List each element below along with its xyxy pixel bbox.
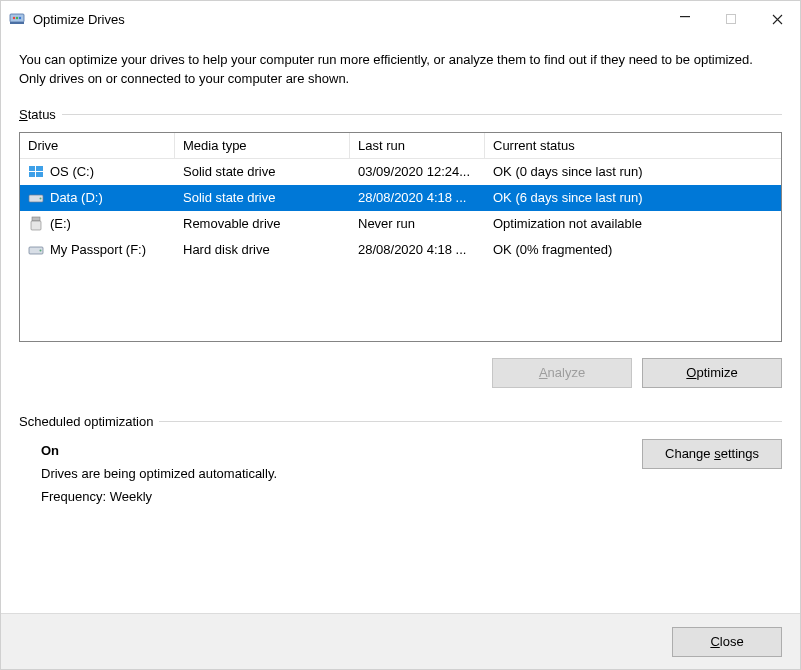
drive-name: My Passport (F:)	[50, 242, 146, 257]
drive-status: Optimization not available	[485, 216, 781, 231]
table-row[interactable]: Data (D:)Solid state drive28/08/2020 4:1…	[20, 185, 781, 211]
description-text: You can optimize your drives to help you…	[19, 51, 782, 89]
status-section-label: Status	[19, 107, 782, 122]
change-settings-button[interactable]: Change settings	[642, 439, 782, 469]
column-last[interactable]: Last run	[350, 133, 485, 158]
drive-icon	[28, 216, 44, 232]
drive-media: Solid state drive	[175, 164, 350, 179]
drive-icon	[28, 242, 44, 258]
drive-lastrun: 28/08/2020 4:18 ...	[350, 242, 485, 257]
drive-name: OS (C:)	[50, 164, 94, 179]
column-media[interactable]: Media type	[175, 133, 350, 158]
bottom-bar: Close	[1, 613, 800, 669]
drive-lastrun: Never run	[350, 216, 485, 231]
analyze-button: Analyze	[492, 358, 632, 388]
drive-name: (E:)	[50, 216, 71, 231]
svg-point-4	[19, 17, 21, 19]
svg-rect-9	[36, 172, 43, 177]
column-drive[interactable]: Drive	[20, 133, 175, 158]
drives-listview[interactable]: Drive Media type Last run Current status…	[19, 132, 782, 342]
table-row[interactable]: My Passport (F:)Hard disk drive28/08/202…	[20, 237, 781, 263]
drive-media: Removable drive	[175, 216, 350, 231]
optimize-button[interactable]: Optimize	[642, 358, 782, 388]
scheduled-box: Change settings On Drives are being opti…	[19, 439, 782, 504]
minimize-button[interactable]: –	[662, 0, 708, 33]
drive-media: Hard disk drive	[175, 242, 350, 257]
table-row[interactable]: (E:)Removable driveNever runOptimization…	[20, 211, 781, 237]
svg-rect-13	[31, 221, 41, 230]
drive-status: OK (6 days since last run)	[485, 190, 781, 205]
svg-rect-7	[36, 166, 43, 171]
drive-media: Solid state drive	[175, 190, 350, 205]
app-icon	[9, 11, 25, 27]
svg-rect-12	[32, 217, 40, 221]
window-title: Optimize Drives	[33, 12, 125, 27]
maximize-button	[708, 1, 754, 37]
svg-rect-6	[29, 166, 35, 171]
drive-status: OK (0% fragmented)	[485, 242, 781, 257]
svg-rect-5	[727, 15, 736, 24]
svg-point-3	[16, 17, 18, 19]
drive-icon	[28, 190, 44, 206]
svg-rect-1	[10, 22, 24, 24]
close-button[interactable]	[754, 1, 800, 37]
drive-lastrun: 28/08/2020 4:18 ...	[350, 190, 485, 205]
drive-lastrun: 03/09/2020 12:24...	[350, 164, 485, 179]
drive-icon	[28, 164, 44, 180]
column-status[interactable]: Current status	[485, 133, 781, 158]
close-dialog-button[interactable]: Close	[672, 627, 782, 657]
window-buttons: –	[662, 1, 800, 37]
scheduled-section-label: Scheduled optimization	[19, 414, 782, 429]
svg-point-11	[40, 197, 42, 199]
drive-status: OK (0 days since last run)	[485, 164, 781, 179]
svg-rect-8	[29, 172, 35, 177]
svg-point-15	[40, 249, 42, 251]
titlebar: Optimize Drives –	[1, 1, 800, 37]
svg-point-2	[13, 17, 15, 19]
drive-name: Data (D:)	[50, 190, 103, 205]
scheduled-freq: Frequency: Weekly	[41, 489, 782, 504]
table-row[interactable]: OS (C:)Solid state drive03/09/2020 12:24…	[20, 159, 781, 185]
listview-header: Drive Media type Last run Current status	[20, 133, 781, 159]
